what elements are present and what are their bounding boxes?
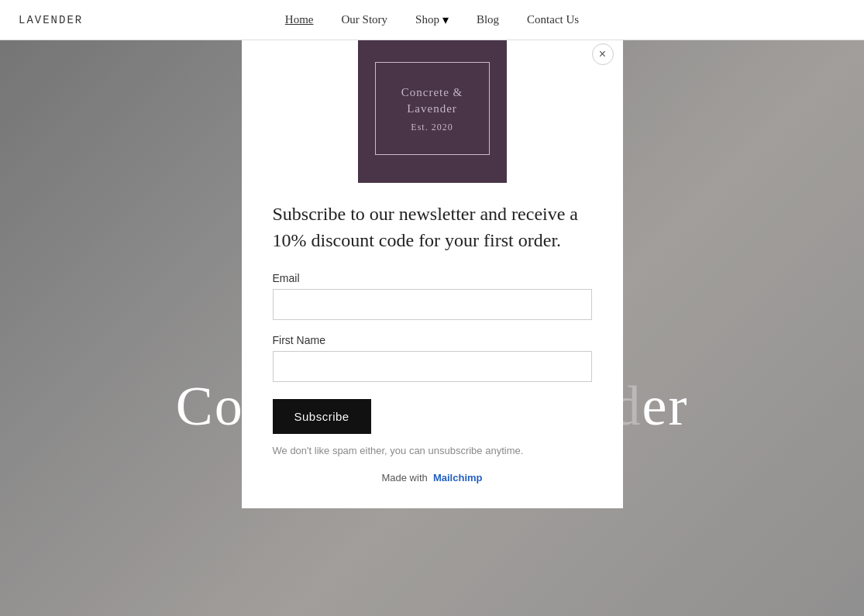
nav-item-shop[interactable]: Shop ▾ [415,12,449,27]
nav-link-ourstory[interactable]: Our Story [341,13,387,26]
modal-logo-area: Concrete & Lavender Est. 2020 [242,40,623,183]
email-input[interactable] [273,289,592,320]
modal-body: Subscribe to our newsletter and receive … [242,201,623,456]
mailchimp-note: Made with Mailchimp [242,472,623,484]
mailchimp-link[interactable]: Mailchimp [433,472,483,484]
firstname-label: First Name [273,334,592,346]
spam-note: We don't like spam either, you can unsub… [273,445,592,456]
nav-item-blog[interactable]: Blog [477,12,499,27]
nav-links: Home Our Story Shop ▾ Blog Contact Us [285,12,579,27]
subscribe-button[interactable]: Subscribe [273,399,371,434]
logo-title: Concrete & Lavender [390,84,475,117]
email-field-group: Email [273,272,592,320]
modal-logo: Concrete & Lavender Est. 2020 [358,40,507,183]
chevron-down-icon: ▾ [442,12,449,27]
nav-item-contact[interactable]: Contact Us [527,12,579,27]
hero-background: Concrete & Lavender Create beauty throug… [0,40,864,616]
nav-item-home[interactable]: Home [285,12,314,27]
nav-link-contact[interactable]: Contact Us [527,13,579,26]
nav-link-blog[interactable]: Blog [477,13,499,26]
logo-border: Concrete & Lavender Est. 2020 [375,62,490,155]
email-label: Email [273,272,592,284]
nav-link-home[interactable]: Home [285,13,314,26]
logo-est: Est. 2020 [411,122,453,133]
brand-logo[interactable]: LAVENDER [19,14,83,26]
nav-item-ourstory[interactable]: Our Story [341,12,387,27]
navbar: LAVENDER Home Our Story Shop ▾ Blog Cont… [0,0,864,40]
firstname-input[interactable] [273,351,592,382]
nav-link-shop[interactable]: Shop [415,13,439,26]
newsletter-modal: × Concrete & Lavender Est. 2020 Subscrib… [242,40,623,508]
firstname-field-group: First Name [273,334,592,382]
modal-overlay: × Concrete & Lavender Est. 2020 Subscrib… [0,40,864,616]
modal-headline: Subscribe to our newsletter and receive … [273,201,592,253]
made-with-text: Made with [381,472,427,484]
close-button[interactable]: × [592,43,614,65]
